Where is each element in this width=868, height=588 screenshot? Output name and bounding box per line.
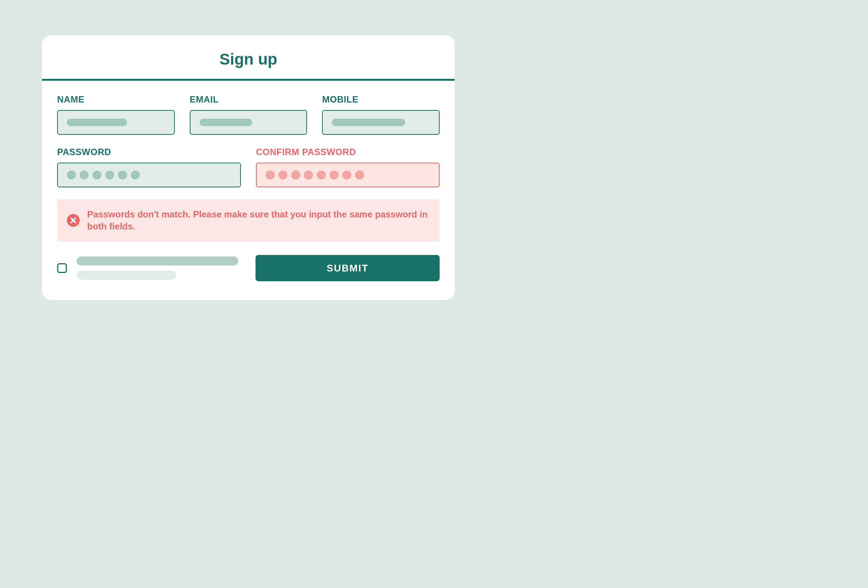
password-dot-icon (105, 170, 114, 179)
error-message: Passwords don't match. Please make sure … (87, 208, 428, 233)
name-input[interactable] (57, 110, 175, 135)
field-email: EMAIL (190, 94, 307, 135)
password-dot-icon (355, 170, 364, 179)
name-label: NAME (57, 94, 175, 105)
password-input[interactable] (57, 163, 241, 187)
field-password: PASSWORD (57, 147, 241, 187)
password-dot-icon (330, 170, 339, 179)
confirm-password-input[interactable] (256, 163, 440, 187)
password-dot-icon (266, 170, 275, 179)
terms-checkbox[interactable] (57, 263, 67, 273)
terms-text (77, 256, 246, 280)
password-dot-icon (342, 170, 351, 179)
password-dot-icon (317, 170, 326, 179)
error-alert: Passwords don't match. Please make sure … (57, 199, 440, 242)
password-dot-icon (304, 170, 313, 179)
mobile-label: MOBILE (322, 94, 440, 105)
field-name: NAME (57, 94, 175, 135)
confirm-password-label: CONFIRM PASSWORD (256, 147, 440, 157)
email-input[interactable] (190, 110, 307, 135)
password-dot-icon (131, 170, 140, 179)
password-dot-icon (80, 170, 89, 179)
password-dots (67, 170, 140, 179)
password-dot-icon (118, 170, 127, 179)
password-label: PASSWORD (57, 147, 241, 157)
confirm-password-dots (266, 170, 364, 179)
error-icon (67, 214, 80, 227)
footer: SUBMIT (57, 255, 440, 281)
placeholder-icon (332, 119, 405, 126)
password-dot-icon (92, 170, 101, 179)
placeholder-icon (77, 256, 238, 265)
password-dot-icon (291, 170, 300, 179)
placeholder-icon (200, 119, 252, 126)
submit-button[interactable]: SUBMIT (256, 255, 440, 281)
field-confirm-password: CONFIRM PASSWORD (256, 147, 440, 187)
row-1: NAME EMAIL MOBILE (57, 94, 440, 135)
divider (42, 79, 455, 81)
password-dot-icon (67, 170, 76, 179)
placeholder-icon (67, 119, 127, 126)
email-label: EMAIL (190, 94, 307, 105)
page-title: Sign up (57, 50, 440, 68)
row-2: PASSWORD CONFIRM PASSWORD (57, 147, 440, 187)
signup-card: Sign up NAME EMAIL MOBILE PASSWORD (42, 35, 455, 300)
password-dot-icon (278, 170, 287, 179)
placeholder-icon (77, 271, 176, 280)
field-mobile: MOBILE (322, 94, 440, 135)
mobile-input[interactable] (322, 110, 440, 135)
